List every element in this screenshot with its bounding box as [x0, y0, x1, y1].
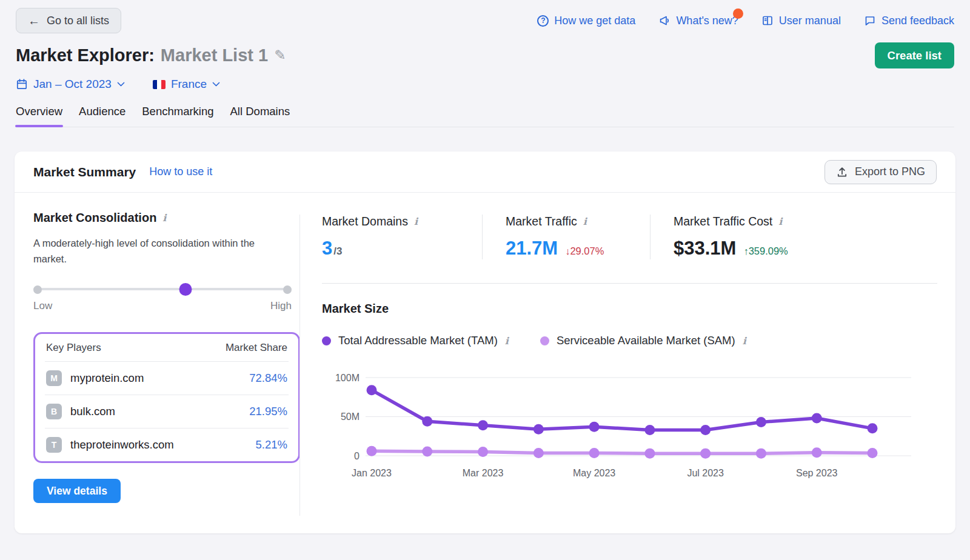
- market-summary-card: Market Summary How to use it Export to P…: [15, 152, 955, 533]
- france-flag-icon: [153, 80, 166, 89]
- gauge-low-label: Low: [33, 300, 52, 312]
- market-size-title: Market Size: [322, 302, 937, 316]
- domain-name: myprotein.com: [70, 372, 144, 385]
- market-share-value: 72.84%: [249, 372, 287, 385]
- domain-name: bulk.com: [70, 405, 115, 418]
- metric-market-domains: Market Domains i 3 /3: [322, 215, 482, 259]
- page-title-prefix: Market Explorer:: [16, 45, 155, 65]
- table-row: T theproteinworks.com 5.21%: [45, 428, 289, 461]
- nav-link-label: User manual: [779, 15, 841, 27]
- market-share-value: 5.21%: [256, 438, 287, 452]
- key-players-column-header: Key Players: [46, 342, 101, 354]
- gauge-low-end-dot: [33, 285, 42, 294]
- metric-market-traffic-cost: Market Traffic Cost i $33.1M ↑359.09%: [650, 215, 811, 259]
- tab-audience[interactable]: Audience: [79, 105, 125, 127]
- page-title: Market Explorer: Market List 1 ✎: [16, 45, 286, 65]
- svg-text:Jan 2023: Jan 2023: [352, 468, 392, 478]
- legend-item-tam[interactable]: Total Addressable Market (TAM) i: [322, 334, 509, 347]
- date-range-label: Jan – Oct 2023: [33, 78, 112, 91]
- consolidation-title: Market Consolidation: [33, 211, 156, 225]
- info-icon[interactable]: i: [162, 212, 166, 224]
- chat-bubble-icon: [864, 15, 876, 27]
- tab-all-domains[interactable]: All Domains: [230, 105, 290, 127]
- svg-text:100M: 100M: [335, 373, 360, 383]
- market-size-line-chart: 050M100MJan 2023Mar 2023May 2023Jul 2023…: [322, 361, 922, 485]
- gauge-high-end-dot: [283, 285, 292, 294]
- page-header: ← Go to all lists ? How we get data What…: [0, 0, 970, 127]
- nav-link-label: Send feedback: [881, 15, 954, 27]
- nav-whats-new[interactable]: What's new?: [658, 15, 738, 27]
- tab-overview[interactable]: Overview: [16, 105, 62, 127]
- nav-link-label: How we get data: [554, 15, 635, 27]
- svg-text:Jul 2023: Jul 2023: [687, 468, 724, 478]
- chart-legend: Total Addressable Market (TAM) i Service…: [322, 334, 937, 347]
- svg-text:May 2023: May 2023: [573, 468, 615, 478]
- market-list-name: Market List 1: [161, 45, 268, 65]
- svg-text:50M: 50M: [341, 412, 360, 422]
- card-title: Market Summary: [33, 165, 136, 179]
- country-selector[interactable]: France: [153, 78, 220, 91]
- market-share-column-header: Market Share: [226, 342, 287, 354]
- table-row: B bulk.com 21.95%: [45, 395, 289, 428]
- domain-name: theproteinworks.com: [70, 438, 174, 452]
- megaphone-icon: [658, 15, 671, 27]
- consolidation-description: A moderately-high level of consolidation…: [33, 235, 290, 267]
- consolidation-gauge: [33, 283, 292, 296]
- domain-initial-badge: T: [46, 437, 62, 453]
- gauge-high-label: High: [270, 300, 292, 312]
- notification-dot: [733, 8, 743, 19]
- nav-send-feedback[interactable]: Send feedback: [864, 15, 954, 27]
- legend-label: Serviceable Available Market (SAM): [557, 334, 735, 347]
- metric-title: Market Traffic Cost: [674, 215, 772, 228]
- gauge-track: [33, 288, 292, 290]
- help-nav: ? How we get data What's new? User ma: [537, 15, 954, 27]
- info-icon[interactable]: i: [505, 335, 509, 347]
- upload-icon: [836, 166, 848, 178]
- metric-change: 29.07%: [570, 245, 604, 256]
- gauge-thumb: [179, 283, 192, 296]
- metric-value: 3: [322, 238, 332, 259]
- domain-initial-badge: M: [46, 370, 62, 386]
- market-metrics-section: Market Domains i 3 /3 Market Traffic i 2…: [300, 193, 955, 533]
- svg-text:Mar 2023: Mar 2023: [463, 468, 504, 478]
- legend-item-sam[interactable]: Serviceable Available Market (SAM) i: [540, 334, 746, 347]
- market-consolidation-section: Market Consolidation i A moderately-high…: [15, 193, 299, 533]
- chevron-down-icon: [117, 82, 125, 87]
- info-icon[interactable]: i: [583, 216, 587, 227]
- metric-title: Market Traffic: [506, 215, 577, 228]
- tam-legend-dot: [322, 336, 331, 345]
- metric-value: $33.1M: [674, 238, 736, 259]
- tab-benchmarking[interactable]: Benchmarking: [142, 105, 213, 127]
- arrow-up-icon: ↑: [743, 245, 748, 256]
- metric-market-traffic: Market Traffic i 21.7M ↓29.07%: [482, 215, 650, 259]
- metric-change: 359.09%: [749, 245, 788, 256]
- go-to-all-lists-label: Go to all lists: [47, 15, 109, 27]
- export-to-png-button[interactable]: Export to PNG: [824, 160, 937, 184]
- create-list-button[interactable]: Create list: [875, 42, 954, 68]
- go-to-all-lists-button[interactable]: ← Go to all lists: [16, 8, 121, 33]
- export-button-label: Export to PNG: [855, 165, 925, 178]
- section-divider: [322, 283, 937, 284]
- tab-bar: Overview Audience Benchmarking All Domai…: [16, 105, 954, 127]
- market-share-value: 21.95%: [249, 405, 287, 418]
- view-details-button[interactable]: View details: [33, 479, 121, 503]
- info-icon[interactable]: i: [778, 216, 782, 227]
- date-range-selector[interactable]: Jan – Oct 2023: [16, 78, 125, 91]
- edit-pencil-icon[interactable]: ✎: [274, 47, 286, 64]
- nav-user-manual[interactable]: User manual: [761, 15, 841, 27]
- nav-link-label: What's new?: [676, 15, 738, 27]
- how-to-use-link[interactable]: How to use it: [149, 165, 212, 178]
- calendar-icon: [16, 78, 28, 90]
- book-icon: [761, 15, 774, 27]
- nav-how-we-get-data[interactable]: ? How we get data: [537, 15, 635, 27]
- table-row: M myprotein.com 72.84%: [45, 362, 289, 395]
- info-icon[interactable]: i: [743, 335, 746, 347]
- chevron-down-icon: [212, 82, 220, 87]
- metric-suffix: /3: [333, 245, 342, 258]
- legend-label: Total Addressable Market (TAM): [338, 334, 498, 347]
- svg-text:0: 0: [354, 451, 360, 461]
- country-label: France: [171, 78, 207, 91]
- info-icon[interactable]: i: [414, 216, 418, 227]
- sam-legend-dot: [540, 336, 549, 345]
- svg-text:Sep 2023: Sep 2023: [796, 468, 838, 478]
